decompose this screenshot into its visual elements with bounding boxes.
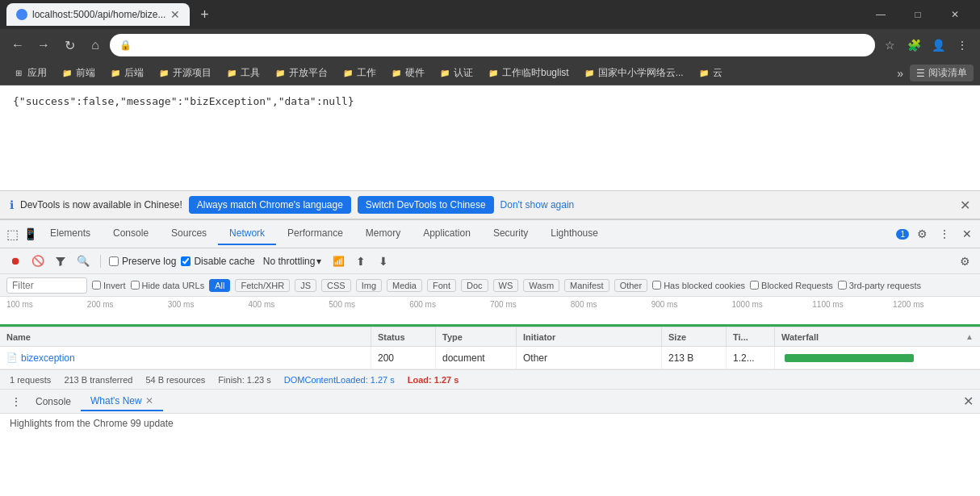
dom-content-loaded-link[interactable]: DOMContentLoaded: 1.27 s [284, 375, 395, 385]
th-time[interactable]: Ti... [727, 327, 775, 346]
filter-tag-doc[interactable]: Doc [461, 279, 488, 292]
bookmark-auth[interactable]: 📁 认证 [433, 65, 480, 81]
th-initiator[interactable]: Initiator [517, 327, 662, 346]
tab-elements[interactable]: Elements [39, 223, 102, 245]
throttling-select[interactable]: No throttling ▾ [260, 254, 325, 269]
filter-tag-ws[interactable]: WS [493, 279, 519, 292]
bottom-tab-whatsnew[interactable]: What's New ✕ [81, 392, 163, 411]
bookmark-backend[interactable]: 📁 后端 [103, 65, 150, 81]
browser-tab[interactable]: localhost:5000/api/home/bize... ✕ [6, 3, 190, 26]
hide-data-urls-checkbox[interactable] [131, 281, 140, 290]
tab-sources[interactable]: Sources [160, 223, 218, 245]
filter-tag-manifest[interactable]: Manifest [564, 279, 609, 292]
filter-tag-js[interactable]: JS [295, 279, 316, 292]
filter-tag-media[interactable]: Media [387, 279, 422, 292]
bottom-tab-console[interactable]: Console [26, 393, 81, 411]
bookmark-cloud[interactable]: 📁 云 [692, 65, 729, 81]
tab-network[interactable]: Network [218, 223, 276, 245]
tab-application[interactable]: Application [412, 223, 482, 245]
third-party-checkbox[interactable] [838, 281, 847, 290]
filter-tag-css[interactable]: CSS [321, 279, 351, 292]
url-bar[interactable]: 🔒 localhost:5000/api/home/bizexception [110, 34, 875, 56]
wifi-icon-button[interactable]: 📶 [329, 252, 347, 270]
extensions-button[interactable]: 🧩 [903, 34, 925, 56]
third-party-label[interactable]: 3rd-party requests [838, 281, 921, 290]
filter-input[interactable] [6, 277, 87, 294]
minimize-button[interactable]: — [862, 0, 899, 29]
th-type[interactable]: Type [436, 327, 517, 346]
devtools-device-button[interactable]: 📱 [21, 225, 39, 243]
bookmark-frontend[interactable]: 📁 前端 [55, 65, 102, 81]
import-button[interactable]: ⬆ [352, 252, 370, 270]
filter-tag-img[interactable]: Img [356, 279, 382, 292]
restore-button[interactable]: □ [899, 0, 936, 29]
bookmark-apps-label: 应用 [27, 66, 47, 80]
forward-button[interactable]: → [32, 34, 55, 56]
bookmark-opensource[interactable]: 📁 开源项目 [152, 65, 218, 81]
disable-cache-checkbox[interactable] [181, 256, 191, 266]
bottom-close-button[interactable]: ✕ [963, 394, 974, 409]
th-size[interactable]: Size [662, 327, 727, 346]
dont-show-again-button[interactable]: Don't show again [500, 199, 575, 210]
blocked-cookies-checkbox[interactable] [652, 281, 661, 290]
reload-button[interactable]: ↻ [58, 34, 81, 56]
back-button[interactable]: ← [6, 34, 29, 56]
record-button[interactable]: ⏺ [6, 252, 24, 270]
filter-tag-fetch-xhr[interactable]: Fetch/XHR [235, 279, 290, 292]
reading-list-button[interactable]: ☰ 阅读清单 [910, 65, 974, 81]
filter-tag-font[interactable]: Font [427, 279, 456, 292]
bookmark-openplatform[interactable]: 📁 开放平台 [268, 65, 334, 81]
hide-data-urls-label[interactable]: Hide data URLs [131, 281, 205, 290]
devtools-settings-button[interactable]: ⚙ [912, 224, 932, 244]
bookmark-hardware[interactable]: 📁 硬件 [384, 65, 431, 81]
filter-tag-other[interactable]: Other [614, 279, 648, 292]
bookmarks-more-button[interactable]: » [892, 65, 908, 81]
tab-console[interactable]: Console [102, 223, 160, 245]
filter-icon-button[interactable] [52, 252, 69, 270]
search-button[interactable]: 🔍 [74, 252, 92, 270]
devtools-close-button[interactable]: ✕ [957, 224, 977, 244]
preserve-log-label[interactable]: Preserve log [109, 256, 176, 267]
bookmark-buglist[interactable]: 📁 工作临时buglist [481, 65, 576, 81]
preserve-log-checkbox[interactable] [109, 256, 119, 266]
bookmark-star-button[interactable]: ☆ [878, 34, 901, 56]
export-button[interactable]: ⬇ [375, 252, 392, 270]
tab-security[interactable]: Security [482, 223, 539, 245]
disable-cache-label[interactable]: Disable cache [181, 256, 254, 267]
blocked-requests-label[interactable]: Blocked Requests [750, 281, 833, 290]
tab-memory[interactable]: Memory [354, 223, 412, 245]
blocked-requests-checkbox[interactable] [750, 281, 759, 290]
close-button[interactable]: ✕ [936, 0, 974, 29]
home-button[interactable]: ⌂ [84, 34, 107, 56]
profile-button[interactable]: 👤 [927, 34, 949, 56]
whatsnew-close-button[interactable]: ✕ [145, 395, 153, 406]
devtools-more-button[interactable]: ⋮ [935, 224, 954, 244]
console-menu-button[interactable]: ⋮ [6, 392, 26, 411]
filter-tag-wasm[interactable]: Wasm [523, 279, 559, 292]
match-language-button[interactable]: Always match Chrome's language [189, 196, 351, 214]
filter-tag-all[interactable]: All [209, 279, 230, 292]
bookmark-work[interactable]: 📁 工作 [336, 65, 383, 81]
invert-label[interactable]: Invert [92, 281, 126, 290]
tab-lighthouse[interactable]: Lighthouse [539, 223, 609, 245]
th-waterfall[interactable]: Waterfall ▲ [775, 327, 980, 346]
tab-performance[interactable]: Performance [276, 223, 354, 245]
bookmark-apps[interactable]: ⊞ 应用 [6, 65, 53, 81]
clear-button[interactable]: 🚫 [29, 252, 47, 270]
new-tab-button[interactable]: + [193, 3, 216, 26]
invert-checkbox[interactable] [92, 281, 101, 290]
url-input[interactable]: localhost:5000/api/home/bizexception [136, 40, 865, 52]
network-settings-button[interactable]: ⚙ [956, 252, 974, 270]
banner-close-button[interactable]: ✕ [960, 198, 970, 213]
table-row[interactable]: 📄 bizexception 200 document Other 213 B … [0, 347, 980, 369]
tab-close-button[interactable]: ✕ [170, 8, 180, 21]
devtools-inspect-button[interactable]: ⬚ [3, 225, 21, 243]
menu-button[interactable]: ⋮ [951, 34, 974, 56]
bookmark-tools[interactable]: 📁 工具 [220, 65, 266, 81]
switch-chinese-button[interactable]: Switch DevTools to Chinese [358, 196, 494, 214]
type-text: document [442, 352, 485, 364]
blocked-cookies-label[interactable]: Has blocked cookies [652, 281, 745, 290]
bookmark-school[interactable]: 📁 国家中小学网络云... [577, 65, 690, 81]
th-status[interactable]: Status [371, 327, 436, 346]
th-name[interactable]: Name [0, 327, 371, 346]
